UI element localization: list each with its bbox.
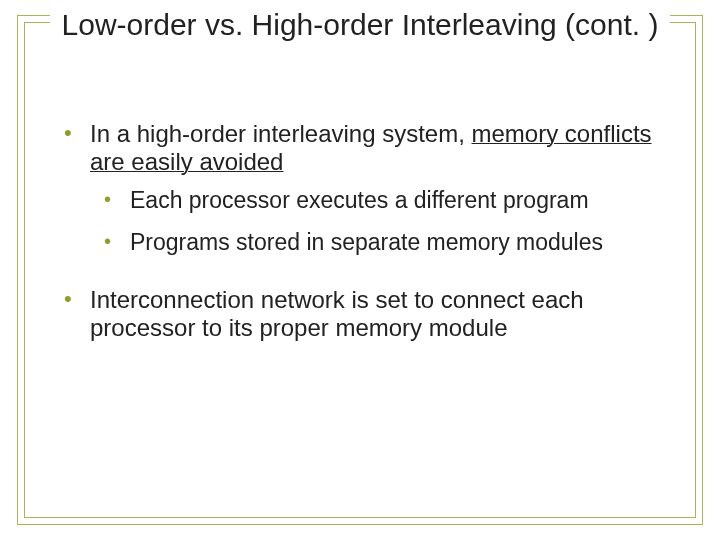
bullet-1-text: In a high-order interleaving system, (90, 120, 472, 147)
slide-body: In a high-order interleaving system, mem… (60, 120, 672, 372)
bullet-1: In a high-order interleaving system, mem… (60, 120, 672, 256)
bullet-2-text: Interconnection network is set to connec… (90, 286, 584, 341)
slide: Low-order vs. High-order Interleaving (c… (0, 0, 720, 540)
slide-title: Low-order vs. High-order Interleaving (c… (50, 8, 670, 43)
bullet-2: Interconnection network is set to connec… (60, 286, 672, 341)
sub-bullet-1a: Each processor executes a different prog… (102, 187, 672, 215)
sub-bullet-1b: Programs stored in separate memory modul… (102, 229, 672, 257)
